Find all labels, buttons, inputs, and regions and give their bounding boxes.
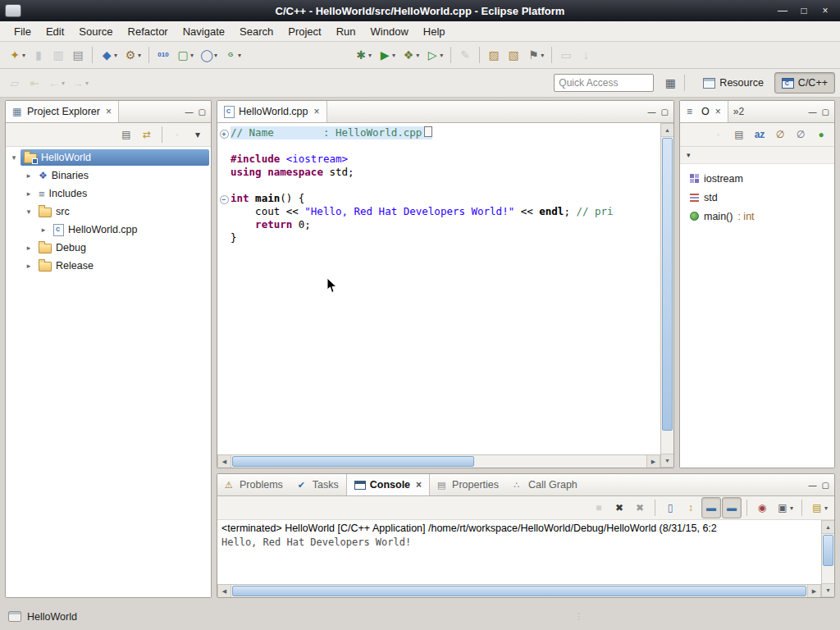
open-element-button[interactable]: ▨ xyxy=(484,44,504,66)
tree-item-src[interactable]: ▾src xyxy=(6,203,211,221)
scrollbar-thumb[interactable] xyxy=(662,138,673,431)
tab-call-graph[interactable]: Call Graph xyxy=(506,474,585,495)
chevron-expanded-icon[interactable]: ▾ xyxy=(22,208,35,216)
tab-properties[interactable]: Properties xyxy=(430,474,506,495)
scrollbar-thumb[interactable] xyxy=(232,456,474,467)
chevron-collapsed-icon[interactable]: ▸ xyxy=(22,189,35,198)
minimize-view-button[interactable]: — xyxy=(648,107,656,116)
debug-binary-button[interactable]: 010 xyxy=(153,44,173,66)
menu-edit[interactable]: Edit xyxy=(39,23,71,40)
tree-item-debug[interactable]: ▸Debug xyxy=(6,239,211,257)
code-line-4[interactable]: using namespace std; xyxy=(217,166,660,179)
scroll-down-icon[interactable]: ▼ xyxy=(822,583,834,597)
menu-help[interactable]: Help xyxy=(416,23,453,40)
menu-refactor[interactable]: Refactor xyxy=(121,23,176,40)
remove-launch-button[interactable]: ✖ xyxy=(609,497,629,518)
show-stderr-button[interactable]: ▬ xyxy=(722,497,742,518)
open-console-button[interactable]: ▤▾ xyxy=(807,497,831,518)
code-line-5[interactable] xyxy=(217,179,660,192)
tab-problems[interactable]: Problems xyxy=(217,474,290,495)
menu-run[interactable]: Run xyxy=(329,23,363,40)
scroll-lock-button[interactable]: ↕ xyxy=(681,497,701,518)
tab-project-explorer[interactable]: Project Explorer × xyxy=(6,101,119,122)
search-button[interactable]: ⚑▾ xyxy=(523,44,547,66)
tab-console[interactable]: Console× xyxy=(346,474,430,495)
tree-item-helloworld-cpp[interactable]: ▸HelloWorld.cpp xyxy=(6,221,211,239)
chevron-collapsed-icon[interactable]: ▸ xyxy=(22,171,35,180)
outline-item-iostream[interactable]: iostream xyxy=(683,169,831,188)
new-class-button[interactable]: ◯▾ xyxy=(197,44,221,66)
code-line-2[interactable] xyxy=(217,139,660,153)
close-icon[interactable]: × xyxy=(314,106,320,117)
scroll-left-icon[interactable]: ◀ xyxy=(217,455,231,468)
scroll-up-icon[interactable]: ▲ xyxy=(661,123,673,137)
build-all-button[interactable]: ⚙▾ xyxy=(121,44,144,66)
tree-item-binaries[interactable]: ▸Binaries xyxy=(6,167,211,185)
print-button[interactable]: ▤ xyxy=(68,44,88,66)
perspective-cpp-button[interactable]: C/C++ xyxy=(774,72,835,94)
console-horizontal-scrollbar[interactable]: ◀ ▶ xyxy=(217,584,821,597)
scroll-right-icon[interactable]: ▶ xyxy=(807,585,821,597)
menu-project[interactable]: Project xyxy=(281,23,328,40)
collapse-all-button[interactable]: ▤ xyxy=(729,124,749,145)
code-line-3[interactable]: #include <iostream> xyxy=(217,153,660,166)
scrollbar-thumb[interactable] xyxy=(823,535,833,566)
link-with-editor-button[interactable]: ● xyxy=(811,124,831,145)
maximize-view-button[interactable]: ▢ xyxy=(661,107,669,116)
maximize-view-button[interactable]: ▢ xyxy=(199,107,206,116)
minimize-view-button[interactable]: — xyxy=(185,107,194,116)
code-analysis-button[interactable]: G▾ xyxy=(221,44,244,66)
chevron-collapsed-icon[interactable]: ▸ xyxy=(37,226,50,234)
outline-item-std[interactable]: std xyxy=(683,188,831,207)
new-source-file-button[interactable]: ▢▾ xyxy=(173,44,197,66)
hide-fields-button[interactable]: ∅ xyxy=(770,124,790,145)
tree-item-release[interactable]: ▸Release xyxy=(6,257,211,275)
outline-item-main[interactable]: main() : int xyxy=(683,207,831,226)
menu-source[interactable]: Source xyxy=(71,23,120,40)
hide-static-button[interactable]: ∅ xyxy=(791,124,810,145)
view-menu-icon[interactable]: ▾ xyxy=(687,151,691,159)
code-line-8[interactable]: return 0; xyxy=(217,218,660,231)
pin-console-button[interactable]: ◉ xyxy=(752,497,772,518)
minimize-button[interactable]: — xyxy=(776,5,789,16)
scrollbar-thumb[interactable] xyxy=(232,586,806,596)
show-stdout-button[interactable]: ▬ xyxy=(701,497,721,518)
chevron-expanded-icon[interactable]: ▾ xyxy=(7,153,21,162)
tab-tasks[interactable]: Tasks xyxy=(290,474,346,495)
tree-item-includes[interactable]: ▸Includes xyxy=(6,185,211,203)
scroll-down-icon[interactable]: ▼ xyxy=(661,454,673,468)
close-icon[interactable]: × xyxy=(416,479,422,491)
perspective-resource-button[interactable]: Resource xyxy=(696,72,771,94)
tab-overflow-chevron[interactable]: »2 xyxy=(728,101,749,122)
tab-helloworld-cpp[interactable]: HelloWorld.cpp × xyxy=(217,101,327,122)
tab-outline[interactable]: O × xyxy=(680,101,728,122)
tree-item-helloworld[interactable]: ▾HelloWorld xyxy=(6,148,211,167)
display-console-button[interactable]: ▣▾ xyxy=(773,497,797,518)
open-perspective-button[interactable]: ▦ xyxy=(660,72,680,94)
close-icon[interactable]: × xyxy=(715,106,721,117)
close-button[interactable]: × xyxy=(819,5,832,16)
editor-horizontal-scrollbar[interactable]: ◀ ▶ xyxy=(217,454,660,468)
scrollbar-track[interactable] xyxy=(231,585,807,597)
menu-search[interactable]: Search xyxy=(232,23,281,40)
clear-console-button[interactable]: ▯ xyxy=(660,497,680,518)
console-text-area[interactable]: <terminated> HelloWorld [C/C++ Applicati… xyxy=(217,520,821,584)
new-wizard-button[interactable]: ✦▾ xyxy=(5,44,29,66)
menu-window[interactable]: Window xyxy=(363,23,416,40)
fold-minus-icon[interactable]: − xyxy=(217,192,231,205)
close-icon[interactable]: × xyxy=(106,106,112,117)
scrollbar-track[interactable] xyxy=(822,534,834,583)
external-tools-button[interactable]: ✱▾ xyxy=(351,44,375,66)
menu-navigate[interactable]: Navigate xyxy=(176,23,232,40)
quick-access-input[interactable] xyxy=(554,74,654,92)
scrollbar-track[interactable] xyxy=(231,455,646,468)
editor-vertical-scrollbar[interactable]: ▲ ▼ xyxy=(660,123,673,468)
code-area[interactable]: +// Name : HelloWorld.cpp#include <iostr… xyxy=(217,123,660,454)
scroll-left-icon[interactable]: ◀ xyxy=(217,585,231,597)
collapse-all-button[interactable]: ▤ xyxy=(116,124,136,145)
menu-file[interactable]: File xyxy=(7,23,39,40)
scrollbar-track[interactable] xyxy=(661,137,673,454)
minimize-view-button[interactable]: — xyxy=(809,107,817,116)
debug-button[interactable]: ❖▾ xyxy=(399,44,422,66)
remove-all-launches-button[interactable]: ✖ xyxy=(630,497,650,518)
